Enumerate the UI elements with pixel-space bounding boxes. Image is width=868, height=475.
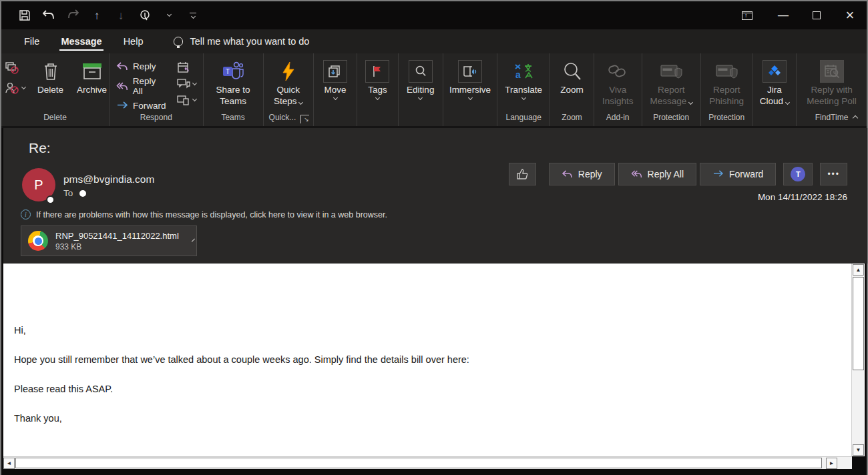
- scroll-down-button[interactable]: ▼: [853, 444, 864, 456]
- reply-all-arrow-icon: [631, 170, 642, 178]
- quick-steps-button[interactable]: Quick Steps: [264, 59, 312, 109]
- share-to-teams-button[interactable]: T Share to Teams: [203, 59, 263, 109]
- close-button[interactable]: ×: [833, 1, 867, 29]
- report-phishing-icon: [714, 60, 738, 83]
- tab-help[interactable]: Help: [113, 31, 154, 52]
- ribbon-group-protection-1: Report Message Protection: [642, 53, 701, 126]
- junk-icon[interactable]: [5, 81, 25, 95]
- window-controls: — ×: [730, 1, 867, 29]
- save-icon[interactable]: [17, 8, 32, 23]
- tell-me-search[interactable]: Tell me what you want to do: [174, 36, 309, 47]
- redo-icon[interactable]: [65, 8, 80, 23]
- ribbon-group-teams: T Share to Teams Teams: [204, 53, 264, 126]
- horizontal-scrollbar[interactable]: ◄ ►: [3, 456, 852, 469]
- reply-arrow-icon: [116, 62, 128, 71]
- more-respond-actions-icon[interactable]: [177, 95, 196, 105]
- body-paragraph: Please read this ASAP.: [14, 384, 852, 394]
- ribbon-group-language: a Translate Language: [497, 53, 550, 126]
- group-label-language: Language: [497, 111, 550, 126]
- ribbon-group-move: Move: [314, 53, 357, 126]
- more-respond-chevron-icon: [192, 97, 197, 101]
- info-icon: i: [21, 209, 31, 219]
- group-label-respond: Respond: [110, 111, 203, 126]
- move-chevron-icon: [333, 95, 337, 100]
- reply-button[interactable]: Reply: [116, 61, 168, 71]
- vertical-scrollbar[interactable]: ▲ ▼: [851, 264, 865, 456]
- reply-all-arrow-icon: [116, 82, 128, 91]
- reply-all-button[interactable]: Reply All: [116, 76, 168, 96]
- ribbon-display-options-icon[interactable]: [730, 1, 764, 29]
- message-body-pane: Hi, Hope you still remember that we’ve t…: [3, 264, 852, 456]
- archive-button[interactable]: Archive: [71, 59, 112, 97]
- like-button[interactable]: [509, 163, 536, 185]
- horizontal-scroll-thumb[interactable]: [15, 458, 822, 468]
- zoom-button[interactable]: Zoom: [555, 59, 590, 97]
- subject-line: Re:: [29, 140, 51, 156]
- delete-button[interactable]: Delete: [32, 59, 69, 97]
- collapse-ribbon-icon[interactable]: [853, 111, 857, 123]
- editing-button[interactable]: Editing: [401, 59, 439, 101]
- meeting-icon[interactable]: [177, 61, 196, 73]
- forward-button[interactable]: Forward: [116, 101, 168, 111]
- forward-header-button[interactable]: Forward: [700, 163, 776, 185]
- immersive-button[interactable]: Immersive: [444, 59, 496, 101]
- immersive-reader-icon: [458, 60, 482, 83]
- touch-mouse-mode-icon[interactable]: [138, 8, 152, 23]
- move-button[interactable]: Move: [318, 59, 353, 101]
- body-paragraph: Hope you still remember that we’ve talke…: [14, 354, 852, 365]
- reply-all-header-button[interactable]: Reply All: [618, 163, 696, 185]
- quick-access-toolbar: ↑ ↓: [1, 8, 200, 23]
- move-down-icon[interactable]: ↓: [114, 8, 128, 23]
- recipient-redacted-dot: [79, 190, 86, 197]
- attachment-filename: RNP_90521441_14112022.html: [55, 231, 179, 241]
- ribbon-group-editing: Editing: [399, 53, 443, 126]
- ignore-icon[interactable]: [5, 61, 25, 75]
- scroll-up-button[interactable]: ▲: [853, 264, 864, 276]
- attachment-chevron-icon[interactable]: [192, 238, 195, 242]
- viva-insights-button[interactable]: Viva Insights: [588, 59, 648, 109]
- message-body: Hi, Hope you still remember that we’ve t…: [3, 264, 852, 424]
- body-paragraph: Hi,: [14, 325, 852, 336]
- teams-chat-button[interactable]: T: [783, 163, 813, 185]
- recipient-line[interactable]: To: [63, 188, 86, 198]
- message-date: Mon 14/11/2022 18:26: [758, 192, 847, 202]
- attachment-card[interactable]: RNP_90521441_14112022.html 933 KB: [21, 225, 197, 256]
- touch-mode-chevron-icon[interactable]: [162, 8, 176, 23]
- move-up-icon[interactable]: ↑: [89, 8, 104, 23]
- tags-button[interactable]: Tags: [360, 59, 395, 101]
- reply-header-button[interactable]: Reply: [549, 163, 615, 185]
- im-icon[interactable]: [177, 79, 196, 89]
- vertical-scroll-thumb[interactable]: [853, 277, 864, 370]
- ribbon-group-quick-steps: Quick Steps Quick... ↘: [264, 53, 314, 126]
- meeting-poll-button[interactable]: Reply with Meeting Poll: [798, 59, 866, 109]
- group-label-addin: Add-in: [594, 111, 642, 126]
- group-label-delete: Delete: [1, 111, 109, 126]
- quick-steps-dialog-launcher-icon[interactable]: ↘: [300, 115, 309, 123]
- tab-message[interactable]: Message: [50, 31, 112, 52]
- body-paragraph: Thank you,: [14, 413, 852, 424]
- magnifier-icon: [409, 60, 433, 83]
- scroll-right-button[interactable]: ►: [826, 458, 837, 469]
- jira-cloud-button[interactable]: Jira Cloud: [753, 59, 796, 109]
- display-problem-infobar[interactable]: i If there are problems with how this me…: [21, 209, 387, 219]
- quick-steps-chevron-icon: [298, 100, 303, 105]
- forward-arrow-icon: [712, 170, 724, 178]
- tab-file[interactable]: File: [13, 31, 50, 52]
- undo-icon[interactable]: [41, 8, 56, 23]
- teams-icon: T: [221, 60, 245, 83]
- maximize-button[interactable]: [800, 1, 833, 29]
- outlook-message-window: ↑ ↓ — × File Message Help Tell me what y…: [0, 0, 868, 475]
- more-actions-button[interactable]: •••: [820, 163, 847, 185]
- scroll-left-button[interactable]: ◄: [3, 458, 15, 469]
- customize-qat-icon[interactable]: [186, 8, 200, 23]
- lightning-icon: [276, 60, 300, 83]
- im-chevron-icon: [192, 81, 197, 85]
- sender-address[interactable]: pms@bvgindia.com: [63, 173, 154, 185]
- immersive-chevron-icon: [467, 95, 472, 100]
- translate-button[interactable]: a Translate: [499, 59, 548, 101]
- report-message-button[interactable]: Report Message: [641, 59, 701, 109]
- group-label-protection-2: Protection: [701, 111, 752, 126]
- infobar-text: If there are problems with how this mess…: [36, 210, 387, 219]
- minimize-button[interactable]: —: [767, 1, 800, 29]
- report-phishing-button[interactable]: Report Phishing: [696, 59, 756, 109]
